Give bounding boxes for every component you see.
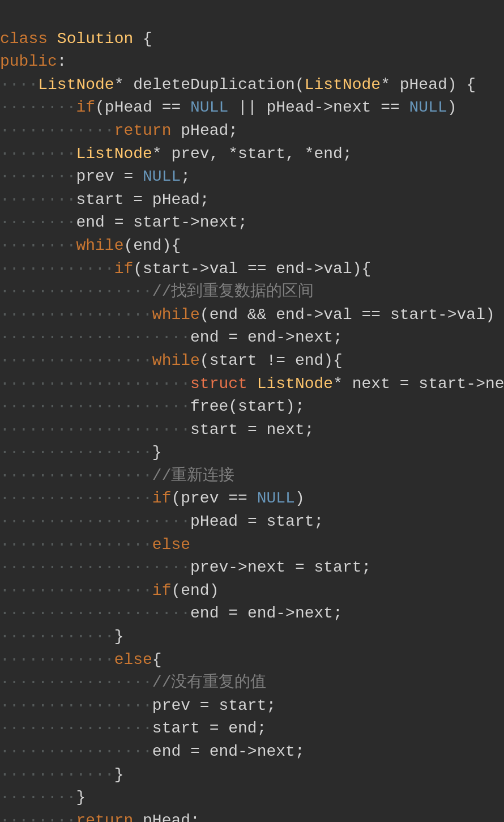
keyword: struct [190,375,247,393]
keyword: return [114,122,172,139]
code-text: prev->next = start; [190,559,371,576]
code-line: ········ListNode* prev, *start, *end; [0,143,504,166]
indent-dots: ············ [0,628,114,645]
code-text: free(start); [190,398,305,415]
indent-dots: ················ [0,306,152,323]
code-line: ····················end = end->next; [0,602,504,625]
indent-dots: ···················· [0,398,190,415]
keyword: if [152,489,172,507]
keyword-null: NULL [143,168,181,185]
indent-dots: ················ [0,536,152,553]
code-line: ············} [0,625,504,649]
indent-dots: ············ [0,651,114,668]
keyword: while [76,237,123,254]
keyword: else [152,536,190,553]
code-text: start = next; [190,421,314,438]
indent-dots: ················ [0,444,152,461]
code-text: (prev == [171,489,257,507]
code-line: ········return pHead; [0,810,504,822]
code-text: ) [295,489,305,507]
keyword: else [114,651,152,668]
code-line: ····················end = end->next; [0,326,504,350]
indent-dots: ········ [0,789,76,806]
indent-dots: ············ [0,260,114,278]
code-text: pHead = start; [190,513,323,530]
keyword: while [152,352,200,369]
indent-dots: ················ [0,674,152,691]
code-text: (end) [171,582,219,599]
indent-dots: ········ [0,168,76,185]
code-text: start = pHead; [76,191,209,208]
code-line: ····················free(start); [0,395,504,419]
code-line: ········prev = NULL; [0,165,504,189]
code-text: || pHead->next == [228,99,409,116]
indent-dots: ················ [0,352,152,369]
type-identifier: ListNode [257,375,333,393]
code-text: } [114,766,124,783]
code-text: ) [447,99,457,116]
keyword: public [0,53,57,70]
code-text: * next = start->next; [333,375,504,393]
code-text: end = end->next; [152,743,305,760]
code-line: ················else [0,534,504,557]
indent-dots: ········ [0,99,76,116]
type-identifier: Solution [57,30,133,48]
code-text: { [152,651,162,668]
keyword: class [0,30,48,48]
indent-dots: ········ [0,145,76,163]
code-line: ····················prev->next = start; [0,556,504,580]
indent-dots: ········ [0,812,76,822]
type-identifier: ListNode [76,145,152,163]
code-line: ········start = pHead; [0,189,504,212]
indent-dots: ···················· [0,421,190,438]
keyword-null: NULL [409,99,447,116]
code-text: end = start->next; [76,214,247,231]
indent-dots: ···················· [0,604,190,622]
code-line: ········while(end){ [0,235,504,258]
code-line: ················if(end) [0,580,504,603]
code-text: } [76,789,86,806]
code-line: ····················struct ListNode* nex… [0,373,504,396]
indent-dots: ················ [0,489,152,507]
code-line: ····················start = next; [0,419,504,442]
indent-dots: ················ [0,283,152,300]
code-line: class Solution { [0,28,504,51]
code-editor: class Solution {public:····ListNode* del… [0,0,504,822]
type-identifier: ListNode [305,76,381,93]
code-line: ············return pHead; [0,120,504,143]
keyword: if [76,99,95,116]
indent-dots: ···················· [0,375,190,393]
indent-dots: ···················· [0,329,190,346]
code-text: (pHead == [95,99,190,116]
indent-dots: ················ [0,582,152,599]
code-line: ················} [0,441,504,465]
keyword: return [76,812,133,822]
code-text: pHead; [133,812,200,822]
keyword-null: NULL [257,489,295,507]
code-line: public: [0,50,504,74]
code-line: ········end = start->next; [0,211,504,235]
code-line: ········if(pHead == NULL || pHead->next … [0,96,504,120]
indent-dots: ········ [0,191,76,208]
indent-dots: ············ [0,122,114,139]
indent-dots: ···· [0,76,38,93]
type-identifier: ListNode [38,76,114,93]
code-line: ········} [0,786,504,810]
code-comment: //没有重复的值 [152,674,267,691]
keyword: if [152,582,172,599]
code-line: ····················pHead = start; [0,510,504,534]
indent-dots: ···················· [0,513,190,530]
code-text: } [114,628,124,645]
code-line: ················prev = start; [0,695,504,718]
code-text: (end && end->val == start->val) [200,306,495,323]
code-text: end = end->next; [190,604,343,622]
indent-dots: ················ [0,697,152,714]
indent-dots: ···················· [0,559,190,576]
code-text: (end){ [123,237,181,254]
code-comment: //找到重复数据的区间 [152,283,314,300]
code-line: ············else{ [0,649,504,672]
code-line: ················end = end->next; [0,740,504,764]
code-text: ; [181,168,190,185]
indent-dots: ················ [0,719,152,737]
code-line: ················start = end; [0,717,504,740]
